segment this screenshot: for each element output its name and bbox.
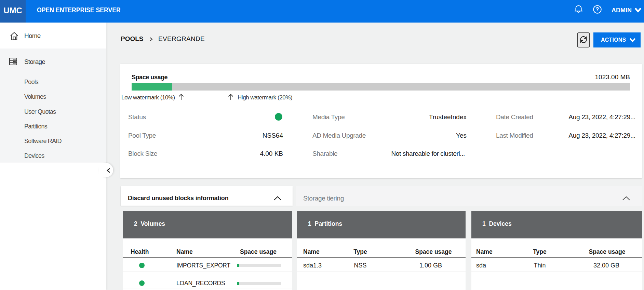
svg-text:?: ? [596,6,599,12]
